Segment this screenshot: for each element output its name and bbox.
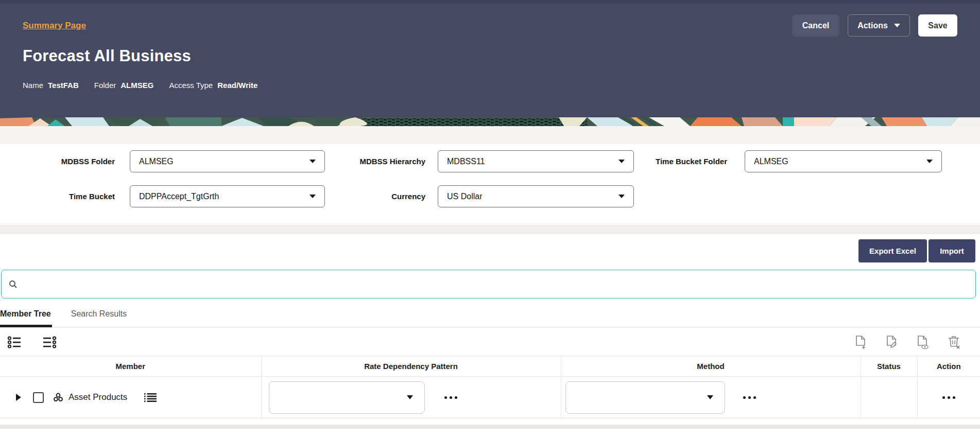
add-document-button[interactable] [854, 335, 868, 349]
tab-search-results[interactable]: Search Results [71, 309, 128, 327]
time-bucket-select[interactable]: DDPPAccept_TgtGrth [130, 185, 325, 207]
member-list-button[interactable] [144, 393, 157, 402]
edit-document-button[interactable] [885, 335, 899, 349]
column-header-rate-dependency-pattern: Rate Dependency Pattern [261, 356, 561, 377]
more-options-icon [444, 396, 447, 399]
meta-access-type-value: Read/Write [217, 81, 257, 90]
record-meta: Name TestFAB Folder ALMSEG Access Type R… [23, 81, 957, 90]
method-more-button[interactable] [741, 394, 758, 401]
expand-tree-icon [7, 336, 21, 348]
meta-folder-label: Folder [94, 81, 116, 90]
column-header-status: Status [861, 356, 917, 377]
hierarchy-member-icon [53, 393, 63, 402]
member-search-input[interactable] [23, 279, 968, 289]
chevron-down-icon [310, 195, 316, 198]
time-bucket-label: Time Bucket [0, 185, 115, 207]
more-options-icon [743, 396, 746, 399]
mdbss-hierarchy-value: MDBSS11 [447, 157, 485, 166]
mdbss-hierarchy-label: MDBSS Hierarchy [325, 150, 425, 172]
mdbss-hierarchy-select[interactable]: MDBSS11 [438, 150, 634, 172]
collapse-tree-button[interactable] [43, 336, 57, 348]
chevron-down-icon [894, 24, 900, 27]
time-bucket-folder-value: ALMSEG [754, 157, 788, 166]
row-checkbox[interactable] [33, 392, 44, 403]
more-options-icon [942, 396, 945, 399]
document-view-icon [916, 335, 930, 349]
import-button[interactable]: Import [929, 239, 975, 262]
page-title: Forecast All Business [23, 47, 957, 65]
section-divider [0, 225, 980, 234]
chevron-down-icon [618, 195, 625, 198]
view-document-button[interactable] [916, 335, 930, 349]
column-header-member: Member [0, 356, 261, 377]
tree-toolbar [0, 327, 980, 356]
save-button[interactable]: Save [918, 14, 957, 37]
header-button-group: Cancel Actions Save [792, 14, 957, 37]
expand-tree-button[interactable] [7, 336, 21, 348]
delete-member-button[interactable] [947, 335, 960, 349]
meta-access-type-label: Access Type [169, 81, 213, 90]
mdbss-folder-label: MDBSS Folder [0, 150, 115, 172]
member-search-box[interactable] [1, 270, 976, 298]
export-excel-button[interactable]: Export Excel [858, 239, 927, 262]
tab-member-tree[interactable]: Member Tree [0, 309, 52, 327]
meta-folder-value: ALMSEG [121, 81, 153, 90]
method-select[interactable] [565, 381, 725, 414]
table-row: Asset Products [0, 377, 980, 418]
member-table: Member Rate Dependency Pattern Method St… [0, 356, 980, 418]
time-bucket-folder-label: Time Bucket Folder [634, 150, 727, 172]
chevron-down-icon [618, 160, 625, 163]
page-header: Summary Page Cancel Actions Save Forecas… [0, 0, 980, 117]
document-edit-icon [885, 335, 899, 349]
row-action-more-button[interactable] [940, 394, 957, 401]
row-expand-icon[interactable] [16, 394, 21, 401]
chevron-down-icon [310, 160, 316, 163]
spacer [0, 418, 980, 425]
chevron-down-icon [407, 395, 413, 399]
mdbss-folder-select[interactable]: ALMSEG [130, 150, 325, 172]
decorative-banner [0, 117, 980, 126]
spacer-band [0, 126, 980, 144]
column-header-action: Action [917, 356, 980, 377]
bottom-divider [0, 425, 980, 429]
trash-delete-icon [947, 335, 960, 349]
time-bucket-value: DDPPAccept_TgtGrth [139, 192, 219, 201]
status-cell [861, 377, 917, 418]
breadcrumb-summary-page-link[interactable]: Summary Page [23, 21, 86, 31]
currency-value: US Dollar [447, 192, 482, 201]
tree-tabs: Member Tree Search Results [0, 309, 980, 327]
meta-name-value: TestFAB [48, 81, 79, 90]
member-list-icon [144, 393, 157, 402]
currency-label: Currency [325, 185, 425, 207]
time-bucket-folder-select[interactable]: ALMSEG [745, 150, 942, 172]
table-actions-bar: Export Excel Import [0, 234, 980, 262]
meta-name-label: Name [23, 81, 43, 90]
chevron-down-icon [707, 395, 713, 399]
actions-menu-button[interactable]: Actions [848, 14, 910, 37]
column-header-method: Method [561, 356, 861, 377]
member-tree-section: Export Excel Import Member Tree Search R… [0, 234, 980, 429]
rate-dependency-pattern-select[interactable] [269, 381, 425, 414]
cancel-button[interactable]: Cancel [792, 14, 839, 37]
document-add-icon [854, 335, 868, 349]
collapse-tree-icon [43, 336, 57, 348]
member-name: Asset Products [68, 392, 127, 402]
mdbss-folder-value: ALMSEG [139, 157, 174, 166]
actions-button-label: Actions [857, 21, 888, 30]
table-header-row: Member Rate Dependency Pattern Method St… [0, 356, 980, 377]
rate-dependency-pattern-more-button[interactable] [442, 394, 459, 401]
currency-select[interactable]: US Dollar [438, 185, 634, 207]
filters-panel: MDBSS Folder ALMSEG MDBSS Hierarchy MDBS… [0, 144, 980, 225]
chevron-down-icon [926, 160, 933, 163]
search-icon [9, 280, 18, 289]
